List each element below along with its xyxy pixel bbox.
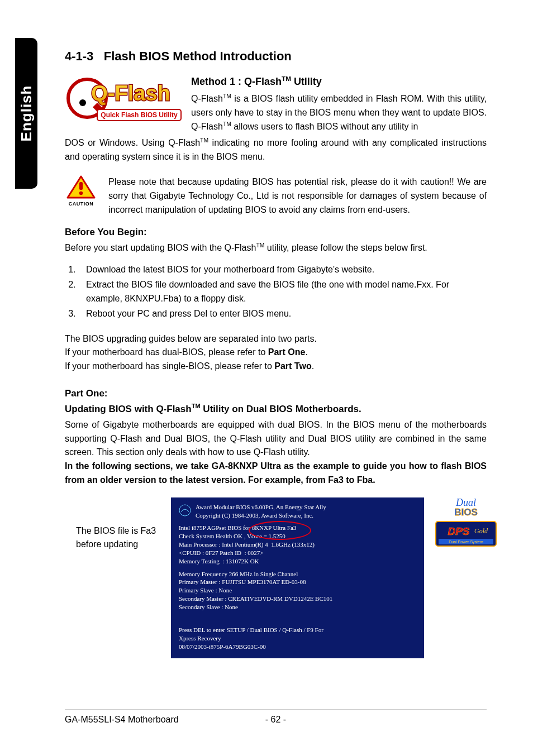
list-item: Reboot your PC and press Del to enter BI…	[78, 307, 487, 321]
caution-text: Please note that because updating BIOS h…	[108, 175, 487, 217]
part-one-bold: In the following sections, we take GA-8K…	[65, 460, 487, 487]
page-content: 4-1-3 Flash BIOS Method Introduction Q-F…	[65, 49, 487, 658]
part-one-heading: Part One:	[65, 388, 487, 399]
footer-page-number: - 62 -	[265, 715, 286, 725]
caution-icon: CAUTION	[65, 175, 97, 217]
qflash-logo-main: Q-Flash	[91, 82, 170, 105]
bios-line: Memory Testing : 131072K OK	[179, 557, 416, 566]
caution-block: CAUTION Please note that because updatin…	[65, 175, 487, 217]
svg-point-1	[79, 99, 86, 106]
page-footer: GA-M55SLI-S4 Motherboard - 62 -	[65, 710, 487, 725]
method1-title: Method 1 : Q-FlashTM Utility	[191, 75, 487, 88]
bios-line: Award Modular BIOS v6.00PG, An Energy St…	[196, 503, 326, 511]
badge-text-dps-sub: Dual Power System	[449, 540, 483, 544]
side-badges: Dual BIOS DPS Gold Dual Power System	[430, 497, 502, 547]
bios-line: 08/07/2003-i875P-6A79BG03C-00	[179, 643, 416, 651]
list-item: Download the latest BIOS for your mother…	[78, 263, 487, 277]
bios-caption: The BIOS file is Fa3 before updating	[65, 524, 171, 551]
bios-figure-block: The BIOS file is Fa3 before updating Awa…	[65, 497, 487, 659]
guides-intro-2: If your motherboard has dual-BIOS, pleas…	[65, 346, 487, 360]
guides-intro-3: If your motherboard has single-BIOS, ple…	[65, 360, 487, 374]
bios-line: Check System Health OK , Vcore = 1.5250	[179, 532, 416, 540]
before-begin-heading: Before You Begin:	[65, 227, 487, 238]
bios-line: Memory Frequency 266 MHz in Single Chann…	[179, 570, 416, 578]
part-one-subheading: Updating BIOS with Q-FlashTM Utility on …	[65, 403, 487, 415]
part-one-body: Some of Gigabyte motherboards are equipp…	[65, 418, 487, 460]
steps-list: Download the latest BIOS for your mother…	[65, 263, 487, 320]
intro-paragraph-right: Q-FlashTM is a BIOS flash utility embedd…	[191, 92, 487, 134]
bios-line: Press DEL to enter SETUP / Dual BIOS / Q…	[179, 626, 416, 634]
qflash-logo: Q-Flash Quick Flash BIOS Utility	[65, 75, 182, 125]
list-item: Extract the BIOS file downloaded and sav…	[78, 278, 487, 306]
bios-line: Secondary Slave : None	[179, 603, 416, 611]
language-tab: English	[15, 38, 37, 189]
bios-line: Intel i875P AGPset BIOS for 8KNXP Ultra …	[179, 524, 416, 532]
section-title: 4-1-3 Flash BIOS Method Introduction	[65, 49, 487, 64]
bios-line: Main Processor : Intel Pentium(R) 4 1.6G…	[179, 540, 416, 549]
footer-left: GA-M55SLI-S4 Motherboard	[65, 715, 179, 724]
section-number: 4-1-3	[65, 49, 93, 63]
badge-text-dps: DPS	[448, 525, 469, 537]
before-begin-intro: Before you start updating BIOS with the …	[65, 241, 487, 255]
bios-line: Primary Master : FUJITSU MPE3170AT ED-03…	[179, 578, 416, 586]
language-tab-label: English	[18, 85, 35, 142]
badge-text-gold: Gold	[474, 527, 488, 535]
bios-screenshot: Award Modular BIOS v6.00PG, An Energy St…	[171, 497, 424, 659]
energystar-icon	[179, 504, 191, 516]
dual-bios-badge: Dual BIOS	[435, 497, 497, 516]
svg-point-5	[179, 505, 191, 516]
bios-line: Secondary Master : CREATIVEDVD-RM DVD124…	[179, 595, 416, 603]
svg-point-4	[79, 192, 83, 195]
guides-intro-1: The BIOS upgrading guides below are sepa…	[65, 332, 487, 346]
qflash-logo-sub: Quick Flash BIOS Utility	[101, 111, 178, 119]
svg-rect-3	[79, 182, 83, 190]
section-title-text: Flash BIOS Method Introduction	[104, 49, 292, 63]
badge-text-bios: BIOS	[454, 507, 478, 516]
bios-line: <CPUID : 0F27 Patch ID : 0027>	[179, 549, 416, 557]
caution-label: CAUTION	[65, 201, 97, 207]
bios-line: Xpress Recovery	[179, 634, 416, 643]
bios-line: Copyright (C) 1984-2003, Award Software,…	[196, 511, 326, 520]
intro-paragraph-continued: DOS or Windows. Using Q-FlashTM indicati…	[65, 136, 487, 164]
bios-line: Primary Slave : None	[179, 586, 416, 595]
dps-gold-badge: DPS Gold Dual Power System	[435, 521, 497, 547]
